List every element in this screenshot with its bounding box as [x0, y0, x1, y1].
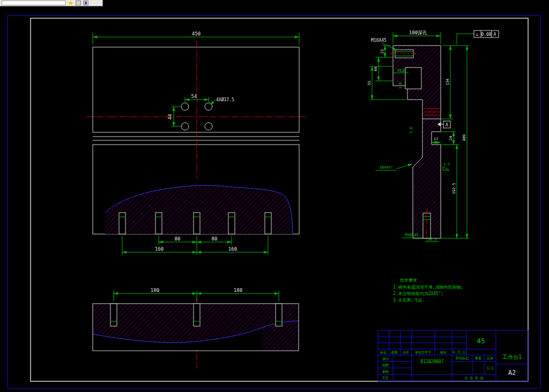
title-block: 标记 处数 分区 更改文件号 签名 年.月.日 设计 制图 审核 工艺 45 B… [378, 330, 528, 381]
dim-100: 100深孔 [409, 30, 427, 35]
section-view: 80 80 160 160 [105, 185, 293, 255]
dim-160-a: 160 [155, 246, 164, 252]
mini-toolbar [0, 0, 103, 6]
taper-note: 1:7 [443, 162, 450, 167]
row-draw: 制图 [382, 363, 389, 367]
stage-label: 阶段标记 [456, 356, 469, 360]
row-check: 审核 [382, 370, 389, 373]
open-icon[interactable] [76, 1, 81, 5]
dim-450: 450 [192, 31, 201, 36]
col-zone: 分区 [403, 350, 409, 354]
cad-application-window: 450 54 4XØ17.5 44 [0, 0, 549, 392]
tech-req-item: 1.铸件表面清理干净,清除内腔杂物; [393, 285, 463, 290]
dim-24: 24 [449, 136, 453, 140]
dim-17: 17 [434, 137, 438, 141]
sheet-size: A2 [508, 369, 516, 376]
document-icon[interactable] [83, 1, 88, 5]
scale-label: 比例 [487, 356, 493, 360]
front-view-dims [93, 33, 299, 126]
tech-req-item: 2.未注明倒角均为2X45°; [393, 291, 444, 296]
toolbar-field [2, 1, 66, 5]
dim-30-5: 30.5 [428, 237, 437, 242]
bottom-view: 180 180 [93, 288, 299, 351]
row-design: 设计 [382, 357, 389, 360]
dim-134: 134 [446, 79, 450, 86]
dim-55: 55 [367, 81, 372, 85]
material-grade: 45 [477, 337, 485, 345]
dim-409: 409 [462, 134, 466, 141]
side-section-view: A ⊥ 0.08 A M16X45 100深孔 22 44 55 39深 1.6… [367, 30, 499, 242]
dim-180-a: 180 [151, 288, 159, 293]
drawing-canvas: 450 54 4XØ17.5 44 [0, 0, 549, 392]
recess [405, 67, 421, 89]
col-count: 处数 [391, 350, 398, 355]
col-sign: 签名 [440, 350, 447, 355]
weight-label: 重量 [474, 356, 481, 360]
technical-requirements: 技术要求 1.铸件表面清理干净,清除内腔杂物; 2.未注明倒角均为2X45°; … [393, 278, 463, 303]
dim-160-b: 160 [228, 246, 237, 252]
dim-54: 54 [191, 94, 197, 99]
stud-callout-bottom: M20X45 [405, 233, 418, 237]
dim-180-b: 180 [234, 288, 242, 293]
drawing-number: B11020607 [420, 359, 444, 364]
dim-192-5: 192.5 [452, 183, 456, 194]
tech-req-title: 技术要求 [399, 278, 417, 283]
fcf-datum: A [494, 32, 496, 37]
sheet-count: 共 张 第 张 [465, 376, 484, 380]
star-icon[interactable] [68, 1, 73, 5]
fcf-value: 0.08 [481, 32, 491, 37]
chamfer-note: 10X45° [379, 165, 392, 170]
stud-callout-top: M16X45 [371, 38, 387, 43]
roughness-b: 1.6 [409, 127, 413, 134]
tech-req-item: 3.去毛刺,飞边. [393, 298, 425, 303]
part-name: 工作台1 [502, 354, 522, 360]
fcf-symbol: ⊥ [476, 32, 479, 37]
roughness-a: 1.6 [398, 82, 403, 89]
scale-value: 1:1 [487, 366, 494, 371]
dim-44: 44 [374, 67, 378, 71]
col-mark: 标记 [380, 350, 387, 355]
dim-22: 22 [380, 49, 384, 54]
dim-80-b: 80 [212, 236, 218, 242]
col-date: 年.月.日 [452, 350, 465, 355]
dim-44: 44 [167, 114, 173, 120]
row-process: 工艺 [382, 376, 389, 380]
dim-80-a: 80 [175, 236, 181, 242]
hole-callout: 4XØ17.5 [216, 97, 234, 102]
tolerance-frame: ⊥ 0.08 A [474, 31, 499, 37]
datum-label: A [446, 123, 448, 127]
thread-depth-note: 39深 [397, 69, 405, 73]
col-doc: 更改文件号 [415, 350, 431, 354]
